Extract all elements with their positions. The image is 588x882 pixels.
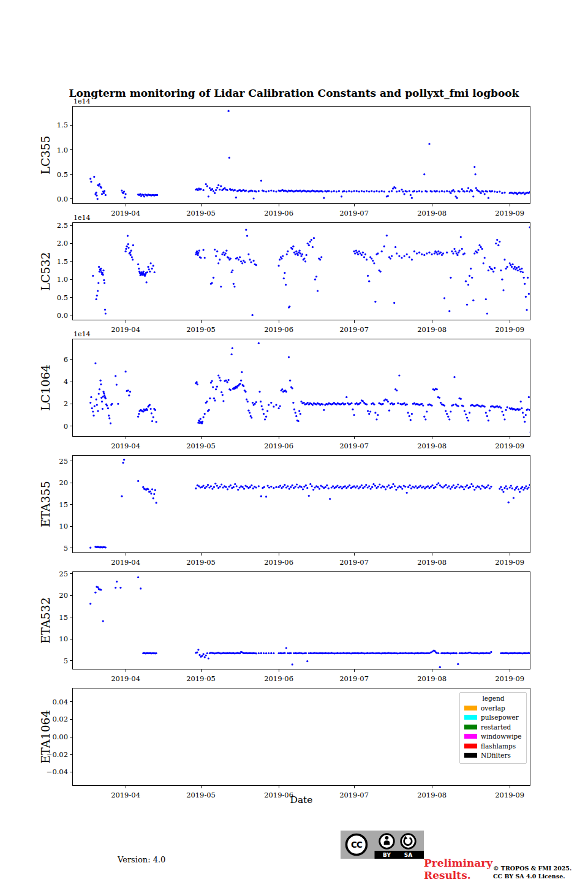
legend-item-windowwipe: windowwipe bbox=[464, 732, 522, 742]
legend-swatch-overlap bbox=[464, 706, 477, 710]
y-tick-mark bbox=[70, 426, 72, 426]
x-tick-mark bbox=[432, 204, 432, 206]
x-tick-mark bbox=[201, 204, 202, 206]
legend-label: restarted bbox=[481, 723, 511, 731]
y-tick-mark bbox=[70, 504, 72, 505]
x-tick-mark bbox=[510, 669, 510, 672]
y-tick-mark bbox=[70, 125, 72, 126]
y-tick-label: 5 bbox=[36, 656, 68, 666]
legend-item-overlap: overlap bbox=[464, 703, 522, 713]
y-tick-label: 15 bbox=[36, 500, 68, 510]
x-tick-mark bbox=[354, 786, 355, 788]
legend-label: overlap bbox=[481, 704, 505, 712]
y-axis-offset-text: 1e14 bbox=[74, 214, 91, 222]
y-tick-mark bbox=[70, 526, 72, 527]
x-tick-label: 2019-07 bbox=[334, 209, 374, 217]
scatter-points bbox=[73, 572, 530, 669]
y-tick-label: 0.0 bbox=[36, 194, 68, 204]
y-tick-label: 0.00 bbox=[36, 732, 68, 742]
y-tick-mark bbox=[70, 617, 72, 617]
y-tick-label: 0.5 bbox=[36, 170, 68, 179]
x-tick-label: 2019-04 bbox=[106, 558, 145, 567]
copyright-text: © TROPOS & FMI 2025. CC BY SA 4.0 Licens… bbox=[493, 864, 571, 880]
y-tick-label: 0.5 bbox=[36, 293, 68, 303]
subplot-eta1064: legendoverlappulsepowerrestartedwindowwi… bbox=[72, 688, 530, 786]
y-tick-mark bbox=[70, 719, 72, 720]
by-person-head bbox=[385, 836, 389, 840]
y-tick-label: 1.5 bbox=[36, 257, 68, 266]
x-tick-label: 2019-06 bbox=[259, 325, 298, 334]
x-tick-label: 2019-07 bbox=[334, 674, 374, 683]
x-tick-mark bbox=[201, 553, 202, 556]
y-tick-mark bbox=[70, 174, 72, 175]
y-tick-mark bbox=[70, 754, 72, 755]
y-tick-mark bbox=[70, 198, 72, 199]
y-tick-mark bbox=[70, 573, 72, 574]
legend-item-NDfilters: NDfilters bbox=[464, 751, 522, 761]
x-tick-mark bbox=[279, 437, 279, 439]
scatter-points bbox=[73, 223, 530, 320]
legend: legendoverlappulsepowerrestartedwindowwi… bbox=[459, 692, 527, 764]
x-tick-mark bbox=[279, 320, 279, 323]
x-tick-mark bbox=[279, 204, 279, 206]
y-tick-label: 25 bbox=[36, 569, 68, 579]
by-person-body bbox=[384, 840, 390, 845]
subplot-eta355: ETA3555101520252019-042019-052019-062019… bbox=[72, 455, 530, 553]
y-tick-label: 20 bbox=[36, 590, 68, 600]
x-tick-mark bbox=[126, 669, 126, 672]
x-tick-mark bbox=[201, 320, 202, 323]
x-tick-label: 2019-05 bbox=[181, 209, 221, 217]
x-tick-label: 2019-05 bbox=[181, 442, 221, 450]
x-tick-label: 2019-09 bbox=[490, 209, 529, 217]
y-tick-mark bbox=[70, 297, 72, 298]
x-tick-label: 2019-08 bbox=[412, 442, 451, 450]
x-tick-label: 2019-06 bbox=[259, 209, 298, 217]
legend-title: legend bbox=[464, 695, 522, 702]
x-tick-label: 2019-05 bbox=[181, 325, 221, 334]
y-tick-mark bbox=[70, 243, 72, 244]
x-tick-label: 2019-06 bbox=[259, 558, 298, 567]
legend-label: pulsepower bbox=[481, 714, 519, 721]
y-tick-label: 2.5 bbox=[36, 221, 68, 230]
x-tick-label: 2019-04 bbox=[106, 325, 145, 334]
x-tick-label: 2019-08 bbox=[412, 674, 451, 683]
y-tick-mark bbox=[70, 359, 72, 360]
y-axis-offset-text: 1e14 bbox=[74, 97, 91, 105]
x-tick-mark bbox=[201, 786, 202, 788]
y-tick-label: 0 bbox=[36, 421, 68, 431]
y-tick-label: −0.04 bbox=[36, 767, 68, 777]
x-tick-label: 2019-07 bbox=[334, 558, 374, 567]
y-tick-label: 15 bbox=[36, 612, 68, 622]
x-tick-label: 2019-06 bbox=[259, 674, 298, 683]
y-axis-label-lc355: LC355 bbox=[39, 135, 52, 174]
sa-arrow-icon bbox=[401, 834, 416, 849]
x-tick-mark bbox=[279, 669, 279, 672]
x-tick-mark bbox=[354, 204, 355, 206]
x-tick-label: 2019-08 bbox=[412, 209, 451, 217]
x-tick-label: 2019-09 bbox=[490, 674, 529, 683]
y-tick-label: 0.02 bbox=[36, 714, 68, 724]
legend-swatch-pulsepower bbox=[464, 715, 477, 720]
scatter-points bbox=[73, 107, 530, 203]
y-tick-label: 5 bbox=[36, 543, 68, 553]
x-tick-mark bbox=[354, 553, 355, 556]
y-tick-mark bbox=[70, 261, 72, 262]
y-tick-label: 1.0 bbox=[36, 274, 68, 284]
x-tick-label: 2019-09 bbox=[490, 558, 529, 567]
subplot-lc1064: LC10641e1402462019-042019-052019-062019-… bbox=[72, 339, 530, 437]
x-tick-mark bbox=[201, 437, 202, 439]
y-tick-label: 2.0 bbox=[36, 238, 68, 248]
legend-label: windowwipe bbox=[481, 733, 521, 740]
legend-swatch-windowwipe bbox=[464, 734, 477, 739]
legend-swatch-NDfilters bbox=[464, 753, 477, 758]
x-tick-label: 2019-07 bbox=[334, 325, 374, 334]
x-tick-mark bbox=[432, 437, 432, 439]
x-tick-mark bbox=[510, 553, 510, 556]
x-tick-mark bbox=[432, 553, 432, 556]
y-tick-mark bbox=[70, 772, 72, 772]
y-axis-offset-text: 1e14 bbox=[74, 330, 91, 338]
y-tick-mark bbox=[70, 279, 72, 280]
subplot-eta532: ETA5325101520252019-042019-052019-062019… bbox=[72, 571, 530, 669]
y-tick-mark bbox=[70, 701, 72, 702]
legend-label: flashlamps bbox=[481, 742, 516, 750]
